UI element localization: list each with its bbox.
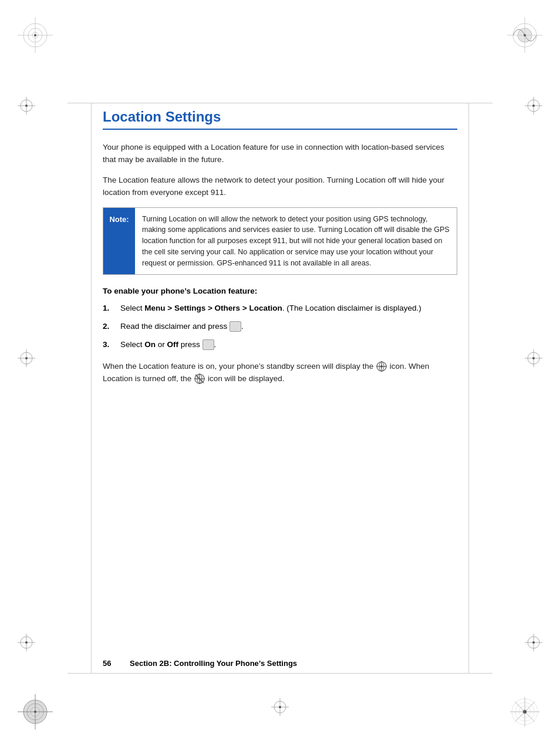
step-3-text: Select On or Off press . — [120, 339, 457, 351]
svg-point-51 — [532, 641, 535, 644]
closing-text-before: When the Location feature is on, your ph… — [103, 362, 373, 371]
svg-point-47 — [25, 641, 28, 644]
svg-point-60 — [380, 365, 383, 368]
title-underline — [103, 129, 457, 130]
step-1-text: Select Menu > Settings > Others > Locati… — [120, 302, 457, 315]
corner-mark-br — [507, 694, 542, 729]
crosshair-right-mid — [525, 349, 542, 369]
corner-mark-bl — [18, 694, 53, 729]
svg-point-35 — [532, 105, 535, 107]
crosshair-left-top — [18, 97, 35, 116]
step-3-num: 3. — [103, 339, 114, 351]
crosshair-left-bot — [18, 634, 35, 653]
svg-point-39 — [25, 357, 28, 359]
closing-text: When the Location feature is on, your ph… — [103, 361, 457, 385]
crosshair-right-bot — [525, 634, 542, 653]
svg-point-5 — [34, 34, 36, 36]
gps-off-icon — [194, 373, 205, 385]
corner-mark-tr — [507, 18, 542, 53]
main-content: Location Settings Your phone is equipped… — [103, 109, 457, 393]
svg-point-18 — [34, 711, 36, 713]
footer: 56 Section 2B: Controlling Your Phone’s … — [103, 659, 457, 668]
step-2-text: Read the disclaimer and press . — [120, 321, 457, 333]
svg-point-11 — [524, 34, 526, 36]
svg-point-27 — [523, 710, 527, 714]
intro-paragraph-1: Your phone is equipped with a Location f… — [103, 142, 457, 166]
corner-mark-tl — [18, 18, 53, 53]
step-2-num: 2. — [103, 321, 114, 333]
step-1: 1. Select Menu > Settings > Others > Loc… — [103, 302, 457, 315]
step-1-num: 1. — [103, 302, 114, 315]
steps-list: 1. Select Menu > Settings > Others > Loc… — [103, 302, 457, 351]
button-icon-step3 — [203, 339, 214, 350]
rule-bottom — [68, 673, 492, 674]
gps-on-icon — [376, 361, 387, 372]
step-2: 2. Read the disclaimer and press . — [103, 321, 457, 333]
rule-top — [68, 103, 492, 103]
svg-point-43 — [532, 357, 535, 359]
intro-paragraph-2: The Location feature allows the network … — [103, 174, 457, 199]
page-title: Location Settings — [103, 109, 457, 125]
closing-text-after: icon will be displayed. — [208, 374, 285, 383]
crosshair-right-top — [525, 97, 542, 116]
footer-section-label: Section 2B: Controlling Your Phone’s Set… — [130, 659, 297, 668]
crosshair-left-mid — [18, 349, 35, 369]
vline-left — [91, 103, 92, 674]
note-content: Turning Location on will allow the netwo… — [135, 208, 457, 275]
crosshair-bot-mid — [271, 698, 289, 718]
svg-point-31 — [25, 105, 28, 107]
button-icon-step2 — [230, 321, 241, 332]
svg-point-55 — [279, 706, 281, 708]
step-3: 3. Select On or Off press . — [103, 339, 457, 351]
footer-page-number: 56 — [103, 659, 120, 668]
vline-right — [468, 103, 469, 674]
note-box: Note: Turning Location on will allow the… — [103, 207, 457, 275]
note-label: Note: — [103, 208, 135, 275]
instructions-heading: To enable your phone’s Location feature: — [103, 287, 457, 295]
